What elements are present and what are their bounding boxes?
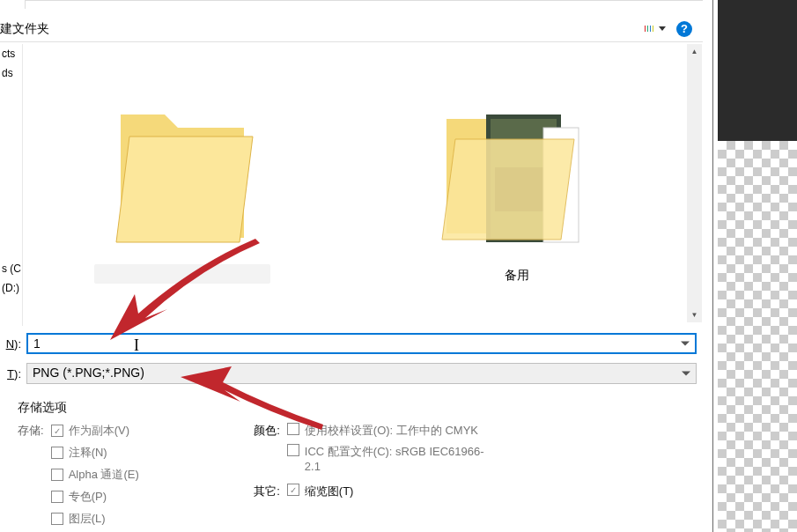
folder-item[interactable] <box>94 79 270 284</box>
background-checker <box>718 141 797 532</box>
folder-icon <box>103 79 262 255</box>
proof-setup-text: 使用校样设置(O): 工作中的 CMYK <box>305 423 478 439</box>
checkbox-alpha[interactable]: Alpha 通道(E) <box>51 467 139 483</box>
options-title: 存储选项 <box>18 400 685 416</box>
chevron-down-icon[interactable] <box>681 342 690 346</box>
checkbox-spot[interactable]: 专色(P) <box>51 489 139 505</box>
scroll-up-button[interactable]: ▲ <box>687 44 702 59</box>
checkbox-icon <box>51 447 63 459</box>
folder-icon <box>438 79 596 255</box>
nav-item[interactable]: cts <box>0 44 22 63</box>
save-options: 存储选项 存储: 作为副本(V) 注释(N) Alpha 通道(E) 专色(P)… <box>0 393 703 532</box>
dialog-top-border <box>25 0 703 9</box>
filename-input[interactable]: 1 <box>26 333 697 354</box>
new-folder-button[interactable]: 建文件夹 <box>0 21 645 37</box>
nav-item[interactable]: ds <box>0 63 22 83</box>
filename-label: N): <box>0 337 21 351</box>
vertical-scrollbar[interactable]: ▲ ▼ <box>687 44 702 322</box>
checkbox-icon <box>51 469 63 481</box>
folder-item[interactable]: 备用 <box>429 79 605 284</box>
folder-label-blurred <box>94 264 270 284</box>
save-dialog: 建文件夹 ? cts ds s (C:) (D:) <box>0 0 713 532</box>
thumbnail-text: 缩览图(T) <box>305 484 354 499</box>
chevron-down-icon <box>659 26 666 31</box>
checkbox-icon <box>51 425 63 437</box>
filetype-label: T): <box>0 367 21 381</box>
checkbox-layers[interactable]: 图层(L) <box>51 511 139 527</box>
nav-item[interactable]: s (C:) <box>0 259 22 278</box>
other-label: 其它: <box>245 484 280 499</box>
checkbox-icon <box>51 513 63 525</box>
filename-row: N): 1 <box>0 333 703 354</box>
save-label: 存储: <box>18 423 44 527</box>
chevron-down-icon[interactable] <box>682 372 690 376</box>
background-dark-panel <box>718 0 797 141</box>
color-label: 颜色: <box>245 423 280 439</box>
view-mode-button[interactable] <box>645 21 666 37</box>
file-list[interactable]: 备用 <box>24 44 689 322</box>
help-icon[interactable]: ? <box>676 21 692 37</box>
scroll-down-button[interactable]: ▼ <box>687 307 702 322</box>
toolbar: 建文件夹 ? <box>0 16 703 42</box>
filetype-select[interactable]: PNG (*.PNG;*.PNG) <box>26 363 697 384</box>
nav-tree[interactable]: cts ds s (C:) (D:) <box>0 44 23 326</box>
filetype-row: T): PNG (*.PNG;*.PNG) <box>0 363 703 384</box>
checkbox-notes[interactable]: 注释(N) <box>51 445 139 461</box>
checkbox-proof[interactable] <box>287 423 299 435</box>
checkbox-as-copy[interactable]: 作为副本(V) <box>51 423 139 439</box>
checkbox-icc[interactable] <box>287 444 299 456</box>
icc-profile-text: ICC 配置文件(C): sRGB IEC61966-2.1 <box>305 444 498 473</box>
checkbox-icon <box>51 491 63 503</box>
checkbox-thumbnail[interactable] <box>287 484 299 496</box>
nav-item[interactable]: (D:) <box>0 278 22 298</box>
folder-label: 备用 <box>505 268 529 284</box>
